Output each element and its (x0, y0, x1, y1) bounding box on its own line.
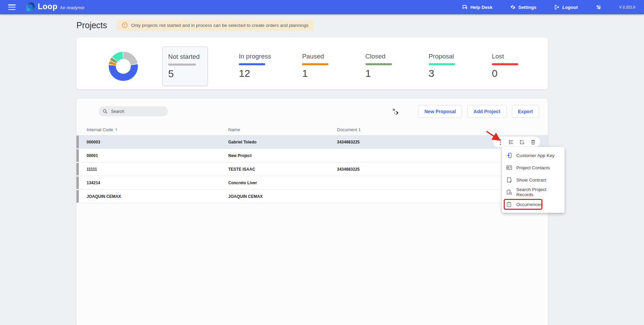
status-count: 5 (168, 68, 202, 80)
status-label: Not started (168, 53, 202, 61)
row-more-options-button[interactable] (497, 139, 503, 145)
status-count: 1 (302, 68, 334, 79)
logout-label: Logout (562, 5, 578, 10)
status-underline (492, 63, 518, 65)
status-underline (429, 63, 455, 65)
menu-item-occurrences[interactable]: Occurrences (502, 198, 565, 210)
app-key-icon (506, 152, 512, 158)
logout-icon (554, 4, 559, 10)
search-box[interactable] (99, 106, 168, 116)
percent-off-icon[interactable] (595, 4, 602, 10)
row-status-accent (76, 149, 79, 162)
row-status-accent (76, 190, 79, 203)
menu-item-label: Search Project Records (516, 187, 560, 197)
status-summary-card: Not started5In progress12Paused1Closed1P… (76, 37, 548, 89)
status-summary-row: Not started5In progress12Paused1Closed1P… (162, 37, 524, 89)
status-card-lost[interactable]: Lost0 (492, 37, 524, 89)
status-underline (168, 64, 196, 66)
status-card-paused[interactable]: Paused1 (302, 37, 334, 89)
loop-logo-icon (25, 2, 35, 12)
export-button[interactable]: Export (512, 105, 539, 118)
menu-item-customer-app-key[interactable]: Customer App Key (502, 149, 565, 161)
status-label: Paused (302, 53, 334, 60)
contacts-icon (506, 165, 512, 171)
cell-name: TESTE ISAAC (228, 167, 337, 172)
help-desk-label: Help Desk (470, 5, 493, 10)
search-input[interactable] (111, 109, 159, 114)
status-count: 12 (239, 68, 271, 79)
menu-item-show-contract[interactable]: Show Contract (502, 174, 565, 186)
settings-label: Settings (518, 5, 536, 10)
app-version: V 2.221.0 (619, 5, 635, 9)
menu-item-project-contacts[interactable]: Project Contacts (502, 161, 565, 174)
brand-suffix: for readymix (60, 5, 85, 10)
sort-ascending-icon[interactable]: ↑ (115, 127, 118, 132)
table-settings-gears-icon[interactable] (392, 108, 399, 115)
help-desk-button[interactable]: Help Desk (462, 4, 493, 10)
table-row[interactable]: 000003Gabriel Toledo3434683225 (76, 135, 548, 149)
status-label: Closed (365, 53, 398, 60)
brand-name: Loop (38, 2, 57, 11)
row-delete-button[interactable] (530, 139, 536, 145)
info-alert: Only projects not started and in process… (117, 19, 314, 31)
brand-logo: Loop for readymix (25, 2, 85, 12)
status-card-not-started[interactable]: Not started5 (162, 47, 208, 86)
alert-text: Only projects not started and in process… (131, 23, 308, 28)
column-header-internal-code[interactable]: Internal Code ↑ (87, 127, 228, 132)
column-header-name[interactable]: Name (228, 127, 337, 132)
table-row[interactable]: 00001New Project (76, 149, 548, 162)
cell-name: New Project (228, 153, 337, 158)
status-underline (302, 63, 328, 65)
projects-donut-chart (109, 52, 138, 81)
status-count: 0 (492, 68, 524, 79)
top-navbar: Loop for readymix Help Desk Settings (0, 0, 644, 14)
help-desk-chat-icon (462, 4, 468, 10)
projects-table-card: New Proposal Add Project Export Internal… (76, 99, 548, 325)
gear-icon (510, 4, 516, 10)
page-title: Projects (76, 20, 107, 30)
status-underline (239, 63, 265, 65)
search-records-icon (506, 189, 512, 195)
row-context-menu: Customer App KeyProject ContactsShow Con… (502, 147, 565, 213)
status-label: Lost (492, 53, 524, 60)
column-header-document[interactable]: Document 1 (337, 127, 548, 132)
settings-button[interactable]: Settings (510, 4, 536, 10)
status-label: In progress (239, 53, 271, 60)
table-header: Internal Code ↑ Name Document 1 (76, 124, 548, 135)
status-card-in-progress[interactable]: In progress12 (239, 37, 271, 89)
row-status-accent (76, 136, 79, 148)
new-proposal-button[interactable]: New Proposal (418, 105, 462, 118)
table-row[interactable]: JOAQUIN CEMAXJOAQUIN CEMAX (76, 190, 548, 203)
row-edit-button[interactable] (519, 139, 525, 145)
cell-name: Gabriel Toledo (228, 140, 337, 144)
menu-hamburger-icon[interactable] (8, 4, 16, 10)
row-actions (493, 137, 540, 147)
cell-internal-code: 11111 (87, 167, 228, 172)
search-icon (103, 109, 108, 114)
row-status-accent (76, 176, 79, 189)
occurrences-icon (506, 201, 512, 207)
status-card-proposal[interactable]: Proposal3 (429, 37, 461, 89)
status-underline (365, 63, 392, 65)
menu-item-label: Show Contract (516, 177, 547, 183)
cell-internal-code: JOAQUIN CEMAX (87, 194, 228, 199)
menu-item-label: Occurrences (516, 202, 542, 207)
row-planning-button[interactable] (508, 139, 514, 145)
logout-button[interactable]: Logout (554, 4, 578, 10)
contract-icon (506, 177, 512, 183)
table-body: 000003Gabriel Toledo343468322500001New P… (76, 135, 548, 203)
cell-internal-code: 000003 (87, 140, 228, 144)
row-status-accent (76, 163, 79, 175)
menu-item-search-project-records[interactable]: Search Project Records (502, 186, 565, 198)
table-toolbar: New Proposal Add Project Export (76, 99, 548, 124)
table-row[interactable]: 11111TESTE ISAAC3434683225 (76, 162, 548, 176)
add-project-button[interactable]: Add Project (467, 105, 506, 118)
menu-item-label: Project Contacts (516, 165, 550, 170)
table-row[interactable]: 134214Concreto Liver (76, 176, 548, 190)
status-count: 3 (429, 68, 461, 79)
cell-internal-code: 00001 (87, 153, 228, 158)
alert-warning-icon (122, 22, 128, 28)
status-count: 1 (365, 68, 398, 79)
status-card-closed[interactable]: Closed1 (365, 37, 398, 89)
cell-internal-code: 134214 (87, 181, 228, 185)
